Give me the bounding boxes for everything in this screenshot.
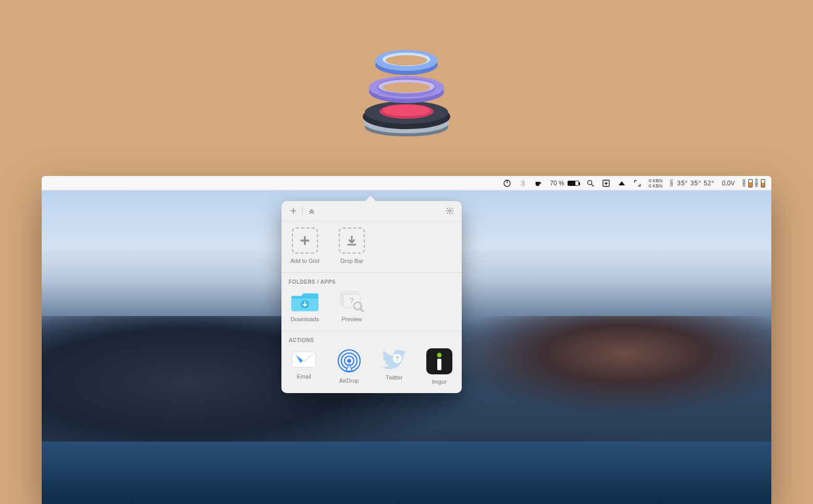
settings-button[interactable]	[444, 205, 455, 217]
collapse-button[interactable]	[306, 205, 317, 217]
svg-point-15	[386, 55, 427, 66]
preview-label: Preview	[341, 316, 362, 322]
folders-title: FOLDERS / APPS	[289, 279, 454, 285]
airdrop-label: AirDrop	[339, 377, 359, 384]
net-down: 0 KB/s	[649, 178, 663, 183]
popover-header	[281, 201, 462, 221]
email-icon	[290, 348, 317, 369]
downloads-label: Downloads	[291, 316, 319, 322]
imgur-icon	[426, 348, 452, 374]
airdrop-icon	[337, 348, 362, 373]
macos-desktop: 70 % 0 KB/s 0 KB/s SEN 35° 35° 52° 0,0V	[42, 176, 771, 504]
svg-point-32	[347, 359, 351, 363]
svg-line-27	[360, 309, 363, 312]
battery-percent: 70 %	[550, 180, 564, 187]
svg-point-11	[383, 82, 430, 93]
network-speed[interactable]: 0 KB/s 0 KB/s	[649, 176, 663, 190]
drop-bar-cell[interactable]: Drop Bar	[336, 228, 368, 264]
voltage[interactable]: 0,0V	[722, 176, 735, 190]
popover-arrow	[365, 195, 376, 201]
downloads-folder-icon	[291, 290, 318, 312]
airdrop-action[interactable]: AirDrop	[334, 348, 365, 385]
menubar: 70 % 0 KB/s 0 KB/s SEN 35° 35° 52° 0,0V	[42, 176, 771, 191]
display-icon[interactable]	[618, 176, 626, 190]
svg-point-5	[383, 105, 430, 116]
voltage-readout: 0,0V	[722, 180, 735, 187]
email-action[interactable]: Email	[289, 348, 319, 385]
svg-rect-36	[437, 359, 441, 370]
bluetooth-icon[interactable]	[519, 176, 527, 190]
svg-rect-28	[292, 352, 316, 367]
caffeine-icon[interactable]	[534, 176, 543, 190]
temps-readout: 35° 35° 52°	[677, 180, 715, 187]
twitter-icon: ?	[381, 348, 407, 370]
disk-gauge[interactable]: DISK MEM	[742, 176, 765, 190]
power-icon[interactable]	[503, 176, 511, 190]
sensor-temps[interactable]: SEN 35° 35° 52°	[670, 176, 715, 190]
svg-text:?: ?	[396, 355, 400, 362]
downloads-cell[interactable]: Downloads	[289, 290, 321, 322]
imgur-action[interactable]: Imgur	[424, 348, 455, 385]
svg-text:?: ?	[350, 296, 354, 305]
mem-gauge-icon	[761, 179, 765, 187]
svg-line-19	[592, 184, 594, 186]
svg-point-18	[587, 180, 592, 184]
spotlight-icon[interactable]	[586, 176, 595, 190]
dropzone-app-icon	[349, 29, 464, 146]
svg-point-21	[449, 210, 451, 212]
preview-cell[interactable]: ? Preview	[336, 290, 368, 322]
svg-point-35	[437, 353, 441, 358]
disk-gauge-icon	[748, 179, 753, 187]
top-section: Add to Grid Drop Bar	[281, 221, 462, 272]
fullscreen-icon[interactable]	[633, 176, 642, 190]
battery-status[interactable]: 70 %	[550, 176, 578, 190]
add-button[interactable]	[288, 205, 299, 217]
folders-section: FOLDERS / APPS Downloads	[281, 272, 462, 331]
actions-section: ACTIONS Email	[281, 331, 462, 393]
mem-label: MEM	[755, 179, 759, 187]
actions-title: ACTIONS	[289, 337, 454, 343]
imgur-label: Imgur	[432, 379, 447, 385]
twitter-label: Twitter	[386, 374, 402, 381]
add-to-grid-label: Add to Grid	[290, 258, 319, 264]
email-label: Email	[297, 373, 311, 380]
preview-app-icon: ?	[338, 290, 365, 312]
dropzone-popover: Add to Grid Drop Bar FOLDERS / APPS	[281, 201, 462, 393]
add-to-grid-cell[interactable]: Add to Grid	[289, 228, 321, 264]
battery-icon	[568, 181, 579, 186]
sensor-label: SEN	[670, 180, 674, 186]
disk-label: DISK	[742, 179, 746, 187]
drop-bar-label: Drop Bar	[340, 258, 363, 264]
add-to-grid-icon	[292, 228, 318, 254]
drop-bar-icon	[339, 228, 365, 254]
twitter-action[interactable]: ? Twitter	[379, 348, 410, 385]
dropzone-menubar-icon[interactable]	[602, 176, 610, 190]
net-up: 0 KB/s	[649, 183, 663, 188]
